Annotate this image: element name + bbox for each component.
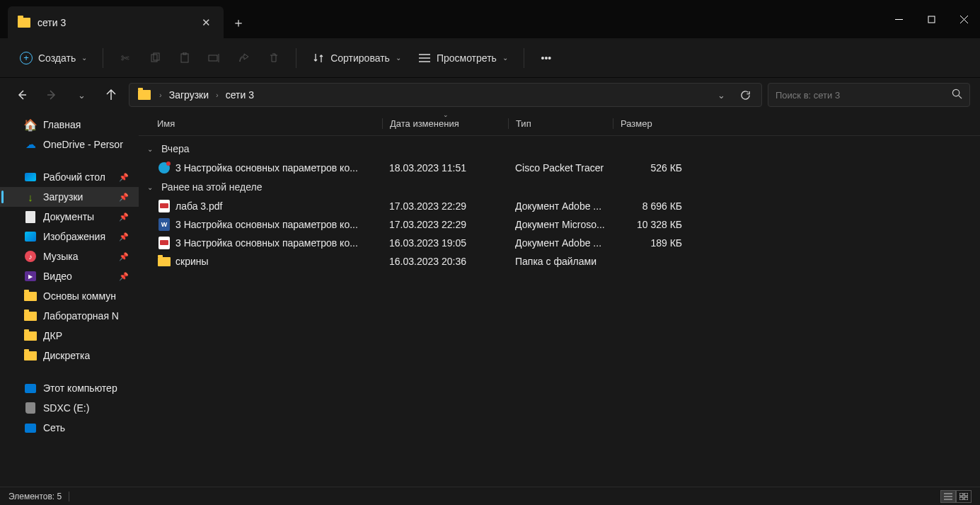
folder-icon: [138, 90, 151, 100]
create-button[interactable]: + Создать ⌄: [13, 47, 94, 69]
sidebar-item-music[interactable]: ♪Музыка📌: [0, 246, 139, 266]
sidebar-item-sdxc[interactable]: SDXC (E:): [0, 398, 139, 418]
sidebar-item-thispc[interactable]: Этот компьютер: [0, 378, 139, 398]
cloud-icon: ☁: [24, 138, 37, 151]
pictures-icon: [24, 230, 37, 243]
sidebar-item-folder-3[interactable]: ДКР: [0, 326, 139, 346]
svg-rect-1: [928, 16, 935, 23]
document-icon: [24, 210, 37, 223]
view-button[interactable]: Просмотреть ⌄: [411, 47, 515, 69]
sort-icon: [312, 52, 325, 64]
group-header[interactable]: ⌄Вчера: [139, 139, 980, 159]
close-tab-button[interactable]: ✕: [199, 13, 214, 32]
create-label: Создать: [38, 52, 76, 64]
svg-line-16: [959, 96, 962, 98]
file-list: ⌄Вчера 3 Настройка основных параметров к…: [139, 136, 980, 487]
sidebar-item-videos[interactable]: ▶Видео📌: [0, 266, 139, 286]
sidebar-item-folder-2[interactable]: Лабораторная N: [0, 306, 139, 326]
svg-point-15: [952, 89, 959, 96]
file-row[interactable]: скрины 16.03.2023 20:36 Папка с файлами: [139, 252, 980, 271]
rename-button[interactable]: [201, 47, 228, 69]
file-row[interactable]: 3 Настройка основных параметров ко... 18…: [139, 159, 980, 177]
sidebar-item-desktop[interactable]: Рабочий стол📌: [0, 167, 139, 187]
file-type: Документ Microso...: [508, 219, 613, 230]
sidebar-item-downloads[interactable]: ↓Загрузки📌: [0, 187, 139, 207]
paste-button[interactable]: [171, 47, 198, 69]
sidebar-item-folder-1[interactable]: Основы коммун: [0, 286, 139, 306]
sort-button[interactable]: Сортировать ⌄: [305, 47, 408, 69]
active-tab[interactable]: сети 3 ✕: [8, 6, 224, 38]
folder-icon: [24, 329, 37, 342]
sidebar-item-home[interactable]: 🏠Главная: [0, 115, 139, 135]
download-icon: ↓: [24, 191, 37, 203]
up-button[interactable]: [99, 83, 123, 107]
sidebar-item-pictures[interactable]: Изображения📌: [0, 227, 139, 246]
column-date[interactable]: ⌄Дата изменения: [382, 118, 508, 129]
address-history-button[interactable]: ⌄: [709, 84, 733, 106]
file-size: 526 КБ: [613, 162, 689, 174]
file-row[interactable]: 3 Настройка основных параметров ко... 16…: [139, 234, 980, 252]
file-type: Документ Adobe ...: [508, 237, 613, 249]
share-button[interactable]: [231, 47, 258, 69]
chevron-down-icon: ⌄: [396, 54, 401, 62]
folder-icon: [18, 18, 30, 28]
file-type: Документ Adobe ...: [508, 200, 613, 212]
group-header[interactable]: ⌄Ранее на этой неделе: [139, 177, 980, 197]
breadcrumb-seg-1[interactable]: Загрузки: [166, 86, 212, 103]
svg-rect-20: [959, 493, 963, 496]
close-window-button[interactable]: [947, 0, 980, 38]
copy-button[interactable]: [142, 47, 168, 69]
file-name: лаба 3.pdf: [175, 200, 382, 212]
chevron-down-icon: ⌄: [717, 90, 725, 101]
column-name[interactable]: Имя: [150, 118, 382, 129]
music-icon: ♪: [24, 250, 37, 263]
column-type[interactable]: Тип: [508, 118, 613, 129]
search-input[interactable]: [776, 90, 952, 101]
details-view-button[interactable]: [940, 490, 956, 503]
breadcrumb-seg-2[interactable]: сети 3: [223, 86, 257, 103]
new-tab-button[interactable]: ＋: [224, 6, 253, 38]
folder-icon: [24, 290, 37, 302]
svg-rect-21: [964, 493, 968, 496]
maximize-button[interactable]: [915, 0, 947, 38]
column-size[interactable]: Размер: [613, 118, 689, 129]
toolbar: + Создать ⌄ ✄ Сортировать ⌄ Просмотреть …: [0, 38, 980, 78]
file-name: 3 Настройка основных параметров ко...: [175, 162, 382, 174]
search-box[interactable]: [768, 83, 970, 107]
sidebar-item-onedrive[interactable]: ☁OneDrive - Persor: [0, 135, 139, 154]
refresh-button[interactable]: [733, 84, 757, 106]
sort-label: Сортировать: [330, 52, 390, 64]
cut-icon: ✄: [119, 52, 132, 64]
svg-rect-22: [959, 497, 963, 500]
file-date: 16.03.2023 19:05: [382, 237, 508, 249]
svg-rect-6: [181, 54, 188, 62]
file-content-area: Имя ⌄Дата изменения Тип Размер ⌄Вчера 3 …: [139, 112, 980, 487]
forward-button[interactable]: [40, 83, 64, 107]
tab-title: сети 3: [38, 17, 192, 28]
sidebar-item-documents[interactable]: Документы📌: [0, 207, 139, 227]
thumbnails-view-button[interactable]: [956, 490, 972, 503]
video-icon: ▶: [24, 270, 37, 283]
pin-icon: 📌: [119, 173, 133, 182]
file-row[interactable]: лаба 3.pdf 17.03.2023 22:29 Документ Ado…: [139, 197, 980, 215]
minimize-button[interactable]: [882, 0, 915, 38]
cisco-file-icon: [157, 161, 171, 175]
navbar: ⌄ › Загрузки › сети 3 ⌄: [0, 78, 980, 112]
sidebar-item-network[interactable]: Сеть: [0, 418, 139, 438]
delete-button[interactable]: [260, 47, 287, 69]
file-row[interactable]: W 3 Настройка основных параметров ко... …: [139, 215, 980, 234]
more-icon: •••: [540, 52, 553, 64]
rename-icon: [208, 52, 221, 64]
more-button[interactable]: •••: [533, 47, 560, 69]
home-icon: 🏠: [24, 118, 37, 131]
sd-card-icon: [24, 402, 37, 414]
pdf-file-icon: [157, 199, 171, 213]
sidebar-item-folder-4[interactable]: Дискретка: [0, 346, 139, 365]
folder-icon: [157, 254, 171, 268]
back-button[interactable]: [10, 83, 34, 107]
svg-rect-8: [209, 55, 217, 61]
cut-button[interactable]: ✄: [112, 47, 139, 69]
recent-button[interactable]: ⌄: [69, 83, 93, 107]
address-bar[interactable]: › Загрузки › сети 3 ⌄: [129, 83, 762, 107]
view-label: Просмотреть: [437, 52, 497, 64]
